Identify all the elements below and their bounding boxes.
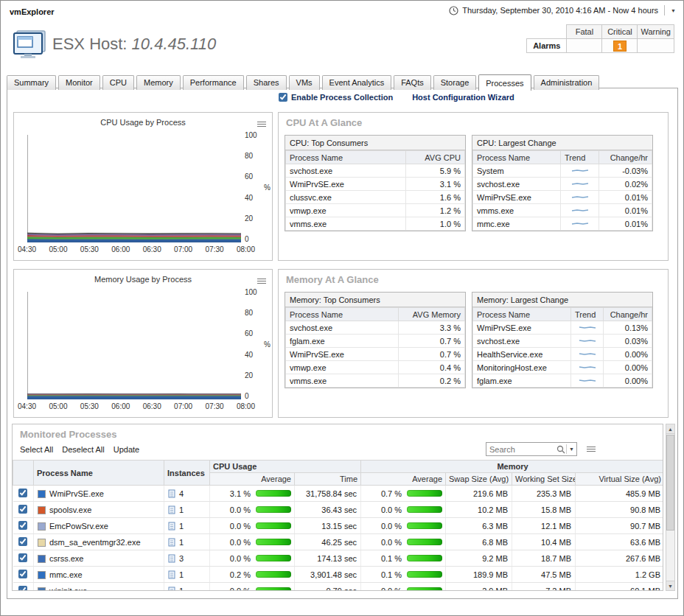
table-row: EmcPowSrv.exe 1 0.0 % 13.15 sec 0.0 % 6.… — [13, 518, 664, 534]
tab-bar: Summary Monitor CPU Memory Performance S… — [7, 74, 599, 90]
table-row: WmiPrvSE.exe0.13% — [473, 321, 652, 335]
chevron-down-icon[interactable]: ▼ — [671, 8, 676, 13]
row-checkbox[interactable] — [18, 537, 27, 546]
cpu-usage-bar — [256, 555, 291, 561]
table-row: svchost.exe0.03% — [473, 335, 652, 348]
monitored-processes-panel: Monitored Processes Select All Deselect … — [12, 424, 663, 591]
row-checkbox[interactable] — [18, 521, 27, 530]
tab-shares[interactable]: Shares — [246, 75, 287, 90]
table-row: WmiPrvSE.exe3.1 % — [286, 178, 465, 191]
enable-process-collection[interactable]: Enable Process Collection — [279, 93, 393, 102]
tab-memory[interactable]: Memory — [136, 75, 181, 90]
table-row: svchost.exe5.9 % — [286, 164, 465, 178]
warning-count[interactable] — [638, 39, 674, 53]
x-axis-labels: 04:3005:0005:3006:0006:3007:0007:3008:00 — [18, 402, 255, 410]
panel-title: Memory At A Glance — [286, 274, 379, 285]
col-cpu-average: Average — [210, 473, 295, 486]
table-menu-icon[interactable] — [586, 445, 596, 454]
table-row: svchost.exe0.02% — [473, 178, 652, 191]
process-color-swatch — [38, 555, 46, 563]
enable-process-collection-checkbox[interactable] — [279, 93, 287, 102]
table-row: dsm_sa_eventmgr32.exe 1 0.0 % 46.25 sec … — [13, 534, 664, 550]
tab-performance[interactable]: Performance — [183, 75, 244, 90]
row-checkbox[interactable] — [18, 505, 27, 514]
process-color-swatch — [38, 506, 46, 514]
panel-title: Monitored Processes — [20, 429, 117, 440]
table-row: vmms.exe1.0 % — [286, 217, 465, 231]
process-color-swatch — [38, 490, 46, 498]
tab-summary[interactable]: Summary — [7, 75, 56, 90]
memory-usage-bar — [407, 490, 442, 497]
table-toolbar: Select All Deselect All Update — [20, 445, 139, 454]
table-row: vmms.exe0.01% — [473, 204, 652, 217]
page-title: ESX Host: 10.4.45.110 — [52, 35, 216, 54]
tab-vms[interactable]: VMs — [289, 75, 320, 90]
trend-sparkline — [579, 324, 596, 331]
cpu-usage-chart-panel: CPU Usage by Process 100806040200 % 04:3… — [13, 112, 273, 261]
clock-icon — [449, 6, 458, 15]
search-input[interactable] — [486, 445, 556, 454]
col-virtual-size: Virtual Size (Avg) — [576, 473, 663, 486]
tab-monitor[interactable]: Monitor — [58, 75, 100, 90]
y-axis-labels: 100806040200 — [245, 131, 261, 243]
scroll-up-button[interactable]: ▲ — [666, 424, 674, 434]
col-instances: Instances — [164, 461, 210, 486]
search-icon[interactable] — [556, 444, 566, 455]
cpu-usage-chart — [27, 135, 241, 242]
col-mem-average: Average — [361, 473, 446, 486]
update-link[interactable]: Update — [114, 445, 139, 454]
table-row: fglam.exe0.00% — [473, 374, 652, 388]
table-row: wininit.exe 1 0.0 % 0.79 sec 0.0 % 2.9 M… — [13, 583, 664, 592]
fatal-count[interactable] — [567, 39, 602, 53]
y-axis-title: % — [264, 340, 271, 349]
vertical-scrollbar[interactable]: ▲ ▼ — [666, 424, 675, 591]
table-row: System-0.03% — [473, 164, 652, 178]
vmexplorer-screen: vmExplorer Thursday, September 30, 2010 … — [0, 0, 684, 616]
cpu-usage-bar — [256, 506, 291, 513]
tab-administration[interactable]: Administration — [534, 75, 600, 90]
table-row: WmiPrvSE.exe0.01% — [473, 191, 652, 204]
chart-menu-icon[interactable] — [256, 120, 267, 129]
scroll-down-button[interactable]: ▼ — [666, 581, 674, 590]
row-checkbox[interactable] — [18, 489, 27, 497]
monitored-processes-table: Process Name Instances CPU Usage Memory … — [13, 460, 663, 591]
critical-count[interactable]: 1 — [602, 39, 638, 53]
search-dropdown-icon[interactable]: ▼ — [567, 447, 576, 452]
process-color-swatch — [38, 587, 46, 592]
critical-badge[interactable]: 1 — [613, 41, 627, 52]
row-checkbox[interactable] — [18, 586, 27, 592]
memory-top-consumers-table: Memory: Top Consumers Process NameAVG Me… — [285, 292, 466, 388]
row-checkbox[interactable] — [18, 553, 27, 562]
table-row: vmwp.exe1.2 % — [286, 204, 465, 217]
tab-faqts[interactable]: FAQts — [394, 75, 431, 90]
trend-sparkline — [571, 167, 589, 174]
select-all-link[interactable]: Select All — [20, 445, 53, 454]
row-checkbox[interactable] — [18, 570, 27, 578]
cpu-usage-bar — [256, 490, 291, 497]
y-axis-labels: 100806040200 — [245, 288, 261, 400]
memory-usage-chart — [27, 292, 241, 399]
chart-menu-icon[interactable] — [256, 277, 267, 286]
tab-event-analytics[interactable]: Event Analytics — [322, 75, 392, 90]
tab-processes[interactable]: Processes — [478, 74, 531, 91]
divider — [664, 5, 665, 15]
alarms-col-warning: Warning — [638, 25, 674, 39]
col-process-name: Process Name — [34, 461, 164, 486]
instances-icon — [168, 489, 176, 498]
memory-at-a-glance-panel: Memory At A Glance Memory: Top Consumers… — [278, 269, 669, 418]
scrollbar-thumb[interactable] — [666, 435, 674, 531]
time-range-control[interactable]: Thursday, September 30, 2010 4:16 AM - N… — [449, 5, 676, 15]
tab-cpu[interactable]: CPU — [102, 75, 134, 90]
trend-sparkline — [579, 351, 596, 357]
trend-sparkline — [571, 181, 589, 187]
table-row: HealthService.exe0.00% — [473, 348, 652, 361]
alarms-summary: Fatal Critical Warning Alarms 1 — [526, 24, 674, 53]
trend-sparkline — [571, 220, 589, 227]
tab-storage[interactable]: Storage — [433, 75, 477, 90]
deselect-all-link[interactable]: Deselect All — [62, 445, 104, 454]
table-row: clussvc.exe1.6 % — [286, 191, 465, 204]
memory-usage-bar — [407, 506, 442, 513]
trend-sparkline — [571, 207, 589, 214]
host-configuration-wizard-link[interactable]: Host Configuration Wizard — [412, 93, 514, 102]
panel-title: CPU At A Glance — [286, 117, 362, 128]
